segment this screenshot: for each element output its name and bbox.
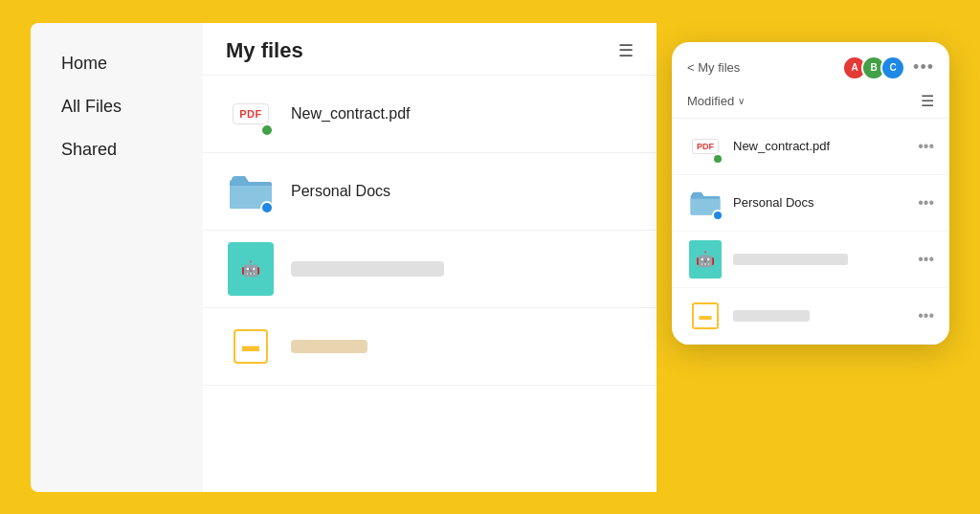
mobile-header: < My files A B C •••: [672, 42, 949, 88]
mobile-yellow-file-icon: ▬: [692, 302, 719, 329]
presentation-icon: ▬: [242, 336, 259, 356]
app-wrapper: Home All Files Shared My files ☰ PDF New…: [31, 23, 949, 492]
mobile-pdf-icon-wrapper: pdf: [687, 128, 724, 165]
avatar-group: A B C: [842, 56, 905, 80]
mobile-thumbnail-icon: 🤖: [689, 240, 722, 279]
mobile-sync-dot-green: [712, 153, 724, 165]
mobile-thumbnail-dots[interactable]: •••: [918, 251, 934, 268]
main-header: My files ☰: [203, 23, 657, 76]
mobile-file-row-yellow[interactable]: ▬ •••: [672, 288, 949, 345]
mobile-folder-icon-wrapper: [687, 185, 724, 221]
sidebar-item-home[interactable]: Home: [50, 46, 184, 81]
file-row-yellow[interactable]: ▬: [203, 308, 657, 386]
mobile-file-list: pdf New_contract.pdf ••• Personal Docs •…: [672, 119, 949, 345]
mobile-file-row-personal[interactable]: Personal Docs •••: [672, 175, 949, 232]
file-icon-wrapper-yellow: ▬: [226, 322, 276, 371]
hamburger-icon[interactable]: ☰: [618, 40, 634, 61]
thumbnail-icon: 🤖: [228, 242, 274, 296]
file-name-blur-1: [291, 261, 444, 277]
mobile-back-button[interactable]: < My files: [687, 60, 740, 75]
main-area: My files ☰ PDF New_contract.pdf: [203, 23, 657, 492]
mobile-file-name-personal: Personal Docs: [733, 195, 908, 210]
mobile-name-blur-yellow: [733, 310, 810, 322]
file-name-contract: New_contract.pdf: [291, 105, 411, 123]
list-view-icon[interactable]: ☰: [921, 92, 934, 110]
mobile-thumbnail-wrapper: 🤖: [687, 241, 724, 278]
mobile-yellow-dots[interactable]: •••: [918, 307, 934, 324]
mobile-personal-dots[interactable]: •••: [918, 194, 934, 212]
file-row-personal-docs[interactable]: Personal Docs: [203, 153, 657, 231]
sort-chevron-icon: ∨: [738, 96, 745, 106]
sync-dot-blue: [260, 201, 274, 214]
mobile-pdf-badge: pdf: [692, 139, 719, 154]
avatar-3: C: [880, 56, 905, 80]
mobile-file-name-contract: New_contract.pdf: [733, 139, 908, 153]
mobile-menu-dots[interactable]: •••: [913, 57, 934, 78]
yellow-file-icon: ▬: [234, 329, 268, 364]
file-row-thumbnail[interactable]: 🤖: [203, 231, 657, 308]
sort-button[interactable]: Modified ∨: [687, 94, 745, 108]
mobile-file-row-thumbnail[interactable]: 🤖 •••: [672, 232, 949, 288]
sync-dot-green: [260, 123, 274, 137]
file-row-contract[interactable]: PDF New_contract.pdf: [203, 76, 657, 153]
sidebar: Home All Files Shared: [31, 23, 203, 492]
file-name-blur-yellow: [291, 340, 368, 353]
mobile-sort-bar: Modified ∨ ☰: [672, 88, 949, 119]
mobile-file-row-contract[interactable]: pdf New_contract.pdf •••: [672, 119, 949, 175]
file-icon-wrapper-pdf: PDF: [226, 89, 276, 139]
pdf-badge: PDF: [233, 103, 269, 124]
mobile-sync-dot-blue: [712, 210, 724, 221]
file-icon-wrapper-folder: [226, 167, 276, 216]
mobile-contract-dots[interactable]: •••: [918, 138, 934, 155]
file-icon-wrapper-thumbnail: 🤖: [226, 244, 276, 294]
file-list: PDF New_contract.pdf Personal Docs: [203, 76, 657, 492]
mobile-panel: < My files A B C ••• Modified ∨ ☰: [672, 42, 949, 345]
mobile-name-blur-1: [733, 254, 848, 265]
thumbnail-face-icon: 🤖: [241, 259, 260, 278]
mobile-header-left: < My files: [687, 60, 740, 75]
mobile-header-right: A B C •••: [842, 56, 934, 80]
page-title: My files: [226, 38, 303, 63]
file-name-personal-docs: Personal Docs: [291, 183, 390, 200]
mobile-yellow-icon-wrapper: ▬: [687, 298, 724, 334]
sidebar-item-all-files[interactable]: All Files: [50, 89, 184, 124]
sidebar-item-shared[interactable]: Shared: [50, 132, 184, 168]
